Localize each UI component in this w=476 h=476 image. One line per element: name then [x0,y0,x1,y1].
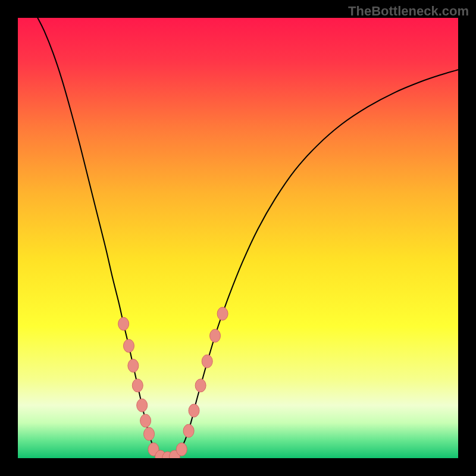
bead-marker [195,379,206,392]
bead-marker [118,317,129,330]
bead-marker [123,339,134,352]
bead-marker [176,443,187,456]
bead-marker [210,329,221,342]
bead-marker [128,359,139,372]
bead-marker [217,307,228,320]
watermark-label: TheBottleneck.com [348,4,469,19]
bead-marker [132,379,143,392]
bead-marker [189,404,199,417]
bead-marker [144,427,155,440]
chart-frame: TheBottleneck.com [0,0,476,476]
bead-marker [202,355,212,368]
gradient-background [18,18,458,458]
chart-area [18,18,458,458]
bottleneck-curve-chart [18,18,458,458]
bead-marker [183,424,194,437]
bead-marker [137,399,148,412]
bead-marker [140,414,151,427]
